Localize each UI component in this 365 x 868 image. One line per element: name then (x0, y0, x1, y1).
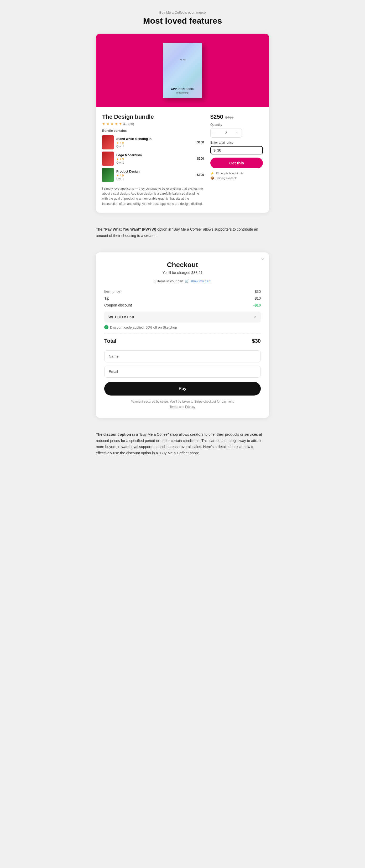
product-right: $250 $400 Quantity − 2 + Enter a fair pr… (210, 114, 263, 207)
stripe-text: stripe (160, 400, 168, 403)
product-body: The Design bundle ★ ★ ★ ★ ★ 4.9 (36) Bun… (96, 107, 269, 213)
product-description: I simply love app icons — they continue … (102, 186, 204, 207)
bundle-items: Stand while blending In ★ 4.9 Qty: 1 $10… (102, 135, 204, 182)
checkout-title: Checkout (104, 261, 261, 269)
bundle-item-rating-2: ★ 4.9 (116, 158, 194, 161)
star-5: ★ (119, 122, 122, 126)
tip-value: $10 (255, 296, 261, 301)
fair-price-label: Enter a fair price (210, 141, 263, 145)
book-author: Michael Flarup (177, 92, 188, 94)
pwyw-description: The "Pay What You Want" (PWYW) option in… (96, 221, 269, 244)
price-original: $400 (225, 115, 234, 120)
pwyw-bold: The "Pay What You Want" (PWYW) (96, 227, 156, 231)
currency-symbol: $ (213, 148, 216, 152)
header-title: Most loved features (143, 16, 222, 26)
bundle-item-qty-2: Qty: 1 (116, 161, 194, 164)
terms-link[interactable]: Terms (170, 405, 178, 409)
quantity-value: 2 (219, 131, 233, 135)
coupon-row: WELCOME50 × (104, 311, 261, 322)
line-item: Tip $10 (104, 296, 261, 301)
checkout-close-button[interactable]: × (261, 256, 264, 262)
line-items: Item price $30 Tip $10 Coupon discount -… (104, 289, 261, 307)
payment-links: Terms and Privacy (170, 405, 195, 409)
fair-price-input[interactable]: $ 30 (210, 146, 263, 154)
product-name: The Design bundle (102, 114, 204, 120)
quantity-control: − 2 + (210, 128, 242, 137)
bundle-label: Bundle contains (102, 129, 204, 133)
product-hero: The iOS APP ICON BOOK Michael Flarup (96, 34, 269, 107)
get-this-button[interactable]: Get this (210, 158, 263, 168)
show-cart-link[interactable]: 🛒 show my cart (185, 279, 211, 283)
book-title: APP ICON BOOK (171, 88, 194, 91)
people-icon: ⚡ (210, 172, 214, 175)
meta-buyers: ⚡ 12 people bought this (210, 172, 263, 175)
bundle-item: Product Design ★ 4.9 Qty: 1 $100 (102, 168, 204, 182)
price-row: $250 $400 (210, 114, 263, 120)
bundle-item-rating-1: ★ 4.9 (116, 141, 194, 145)
product-card: The iOS APP ICON BOOK Michael Flarup The… (96, 34, 269, 213)
bundle-thumb-2 (102, 152, 114, 166)
star-1: ★ (102, 122, 105, 126)
payment-secure-text: Payment secured by stripe. You'll be tak… (104, 399, 261, 409)
coupon-code: WELCOME50 (109, 315, 134, 319)
line-item: Item price $30 (104, 289, 261, 293)
bundle-thumb-1 (102, 135, 114, 149)
bundle-item-price-3: $100 (197, 173, 204, 177)
cart-summary-text: 3 items in your cart (154, 279, 183, 283)
show-cart-label: show my cart (190, 279, 211, 283)
email-input[interactable] (104, 366, 261, 378)
divider (104, 334, 261, 334)
bundle-item-name-1: Stand while blending In (116, 137, 194, 141)
checkout-subtitle: You'll be charged $33.21 (104, 271, 261, 275)
privacy-link[interactable]: Privacy (185, 405, 195, 409)
coupon-value: -$10 (253, 303, 261, 307)
checkout-card: × Checkout You'll be charged $33.21 3 it… (96, 252, 269, 417)
line-item: Coupon discount -$10 (104, 303, 261, 307)
bundle-item-info-1: Stand while blending In ★ 4.9 Qty: 1 (116, 137, 194, 148)
bundle-item-name-3: Product Design (116, 170, 194, 173)
price-main: $250 (210, 114, 223, 120)
product-left: The Design bundle ★ ★ ★ ★ ★ 4.9 (36) Bun… (102, 114, 204, 207)
total-amount: $30 (252, 338, 261, 344)
cart-icon: 🛒 (185, 279, 189, 283)
total-label: Total (104, 338, 116, 344)
header-subtitle: Buy Me a Coffee's ecommerce (143, 10, 222, 14)
discount-applied-text: Discount code applied: 50% off on Sketch… (110, 326, 177, 329)
cart-summary-row: 3 items in your cart 🛒 show my cart (104, 279, 261, 283)
discount-text: The discount option in a "Buy Me a Coffe… (96, 432, 269, 457)
shipping-icon: 📦 (210, 176, 214, 180)
bundle-item: Logo Modernism ★ 4.9 Qty: 1 $200 (102, 152, 204, 166)
total-row: Total $30 (104, 338, 261, 344)
bundle-item-price-2: $200 (197, 157, 204, 160)
discount-description: The discount option in a "Buy Me a Coffe… (96, 426, 269, 462)
book-ios-label: The iOS (163, 59, 202, 61)
stars-row: ★ ★ ★ ★ ★ 4.9 (36) (102, 122, 204, 126)
bundle-item-info-3: Product Design ★ 4.9 Qty: 1 (116, 170, 194, 180)
bundle-item: Stand while blending In ★ 4.9 Qty: 1 $10… (102, 135, 204, 149)
header: Buy Me a Coffee's ecommerce Most loved f… (143, 10, 222, 26)
star-4: ★ (115, 122, 118, 126)
book-mockup: The iOS APP ICON BOOK Michael Flarup (161, 41, 204, 99)
name-input[interactable] (104, 350, 261, 363)
tip-label: Tip (104, 296, 109, 301)
rating-text: 4.9 (36) (123, 122, 134, 126)
bundle-item-rating-3: ★ 4.9 (116, 174, 194, 177)
bundle-item-qty-3: Qty: 1 (116, 177, 194, 180)
bundle-item-qty-1: Qty: 1 (116, 145, 194, 148)
quantity-label: Quantity (210, 123, 263, 127)
quantity-decrease-button[interactable]: − (211, 128, 219, 137)
quantity-increase-button[interactable]: + (233, 128, 242, 137)
pay-button[interactable]: Pay (104, 382, 261, 396)
discount-bold: The discount option (96, 432, 131, 436)
item-price-label: Item price (104, 289, 120, 293)
bundle-item-price-1: $100 (197, 141, 204, 144)
book-cover: The iOS APP ICON BOOK Michael Flarup (163, 43, 202, 98)
bundle-item-info-2: Logo Modernism ★ 4.9 Qty: 1 (116, 153, 194, 164)
bundle-thumb-3 (102, 168, 114, 182)
page-wrapper: Buy Me a Coffee's ecommerce Most loved f… (96, 10, 269, 462)
coupon-remove-button[interactable]: × (254, 315, 256, 319)
check-icon: ✓ (104, 325, 109, 329)
form-fields (104, 350, 261, 378)
coupon-label: Coupon discount (104, 303, 132, 307)
and-text: and (179, 405, 185, 409)
